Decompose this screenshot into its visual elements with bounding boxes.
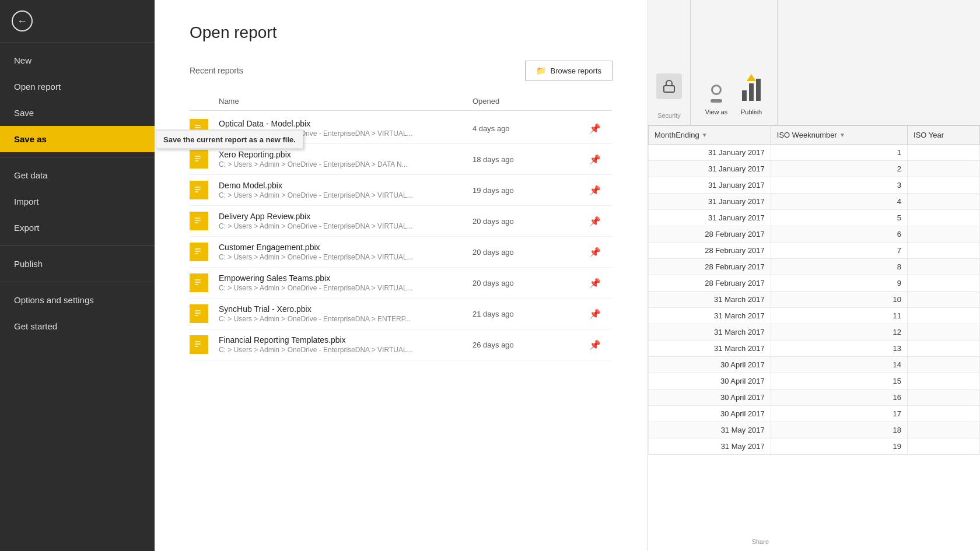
browse-reports-button[interactable]: 📁 Browse reports: [525, 61, 612, 80]
report-row[interactable]: Financial Reporting Templates.pbix C: > …: [190, 329, 612, 360]
month-ending-cell: 31 March 2017: [649, 292, 771, 308]
table-row: 31 March 2017 12: [649, 324, 980, 341]
report-row[interactable]: Xero Reporting.pbix C: > Users > Admin >…: [190, 144, 612, 175]
svg-marker-39: [747, 74, 756, 81]
iso-weeknumber-cell: 2: [771, 161, 907, 177]
report-name: Demo Model.pbix: [219, 181, 473, 190]
report-path: C: > Users > Admin > OneDrive - Enterpri…: [219, 222, 473, 230]
iso-year-cell: [908, 308, 980, 324]
iso-weeknumber-cell: 11: [771, 308, 907, 324]
svg-rect-27: [195, 315, 198, 316]
sidebar-item-new[interactable]: New: [0, 47, 155, 73]
view-as-icon: [704, 80, 729, 106]
iso-weeknumber-cell: 9: [771, 275, 907, 292]
pin-icon[interactable]: 📌: [589, 123, 612, 134]
report-row[interactable]: Customer Engagement.pbix C: > Users > Ad…: [190, 237, 612, 268]
report-opened: 20 days ago: [473, 279, 589, 287]
back-button[interactable]: ←: [0, 0, 155, 43]
sidebar-item-publish[interactable]: Publish: [0, 251, 155, 277]
report-path: C: > Users > Admin > OneDrive - Enterpri…: [219, 253, 473, 261]
report-file-icon: [190, 181, 219, 199]
data-table-area[interactable]: MonthEnding ▼ ISO Weeknumber ▼ ISO Year: [648, 125, 980, 551]
svg-rect-18: [195, 251, 201, 252]
month-ending-header[interactable]: MonthEnding ▼: [649, 126, 771, 145]
svg-rect-32: [664, 86, 674, 92]
month-ending-cell: 30 April 2017: [649, 357, 771, 373]
iso-weeknumber-cell: 1: [771, 145, 907, 161]
ribbon-group-share: View as Pub: [691, 0, 778, 125]
report-path: C: > Users > Admin > OneDrive - Enterpri…: [219, 191, 473, 199]
sidebar-item-get-started[interactable]: Get started: [0, 313, 155, 339]
svg-rect-22: [195, 282, 201, 283]
month-ending-cell: 31 March 2017: [649, 308, 771, 324]
report-row[interactable]: SyncHub Trial - Xero.pbix C: > Users > A…: [190, 299, 612, 329]
report-opened: 20 days ago: [473, 248, 589, 257]
svg-rect-25: [195, 310, 201, 311]
sidebar-item-export[interactable]: Export: [0, 215, 155, 241]
report-file-icon: [190, 212, 219, 230]
iso-weeknumber-cell: 5: [771, 210, 907, 226]
report-opened: 20 days ago: [473, 217, 589, 226]
view-as-button[interactable]: View as: [699, 77, 734, 119]
report-name: Financial Reporting Templates.pbix: [219, 335, 473, 345]
report-name: Xero Reporting.pbix: [219, 150, 473, 159]
pin-icon[interactable]: 📌: [589, 339, 612, 350]
report-row[interactable]: Optical Data - Model.pbix C: > Users > A…: [190, 113, 612, 144]
report-opened: 21 days ago: [473, 310, 589, 318]
sidebar-item-get-data[interactable]: Get data: [0, 162, 155, 188]
sidebar-item-options[interactable]: Options and settings: [0, 287, 155, 313]
svg-rect-7: [195, 160, 198, 162]
month-ending-cell: 28 February 2017: [649, 243, 771, 259]
pin-icon[interactable]: 📌: [589, 278, 612, 289]
pin-icon[interactable]: 📌: [589, 216, 612, 227]
sidebar-item-import[interactable]: Import: [0, 188, 155, 215]
iso-weeknumber-cell: 19: [771, 438, 907, 455]
ribbon: Security View as: [648, 0, 980, 125]
pin-icon[interactable]: 📌: [589, 154, 612, 165]
sidebar-item-save[interactable]: Save: [0, 100, 155, 126]
svg-rect-17: [195, 248, 201, 250]
pin-icon[interactable]: 📌: [589, 185, 612, 196]
table-row: 31 January 2017 5: [649, 210, 980, 226]
iso-weeknumber-cell: 14: [771, 357, 907, 373]
report-row[interactable]: Delivery App Review.pbix C: > Users > Ad…: [190, 206, 612, 237]
report-file-icon: [190, 243, 219, 261]
iso-year-cell: [908, 324, 980, 341]
table-row: 30 April 2017 16: [649, 389, 980, 406]
iso-weeknumber-cell: 6: [771, 226, 907, 243]
table-row: 31 January 2017 4: [649, 194, 980, 210]
opened-column-header: Opened: [473, 97, 589, 106]
pin-icon[interactable]: 📌: [589, 308, 612, 320]
report-name: SyncHub Trial - Xero.pbix: [219, 304, 473, 314]
iso-year-cell: [908, 406, 980, 422]
iso-weeknumber-header[interactable]: ISO Weeknumber ▼: [771, 126, 907, 145]
report-name: Optical Data - Model.pbix: [219, 119, 473, 128]
main-content: Open report Recent reports 📁 Browse repo…: [155, 0, 648, 551]
reports-table-header: Name Opened: [190, 92, 612, 111]
share-section-label: Share: [752, 538, 769, 545]
month-ending-cell: 31 March 2017: [649, 324, 771, 341]
report-info: SyncHub Trial - Xero.pbix C: > Users > A…: [219, 304, 473, 323]
panel-title: Open report: [190, 23, 612, 42]
report-info: Delivery App Review.pbix C: > Users > Ad…: [219, 212, 473, 230]
report-path: C: > Users > Admin > OneDrive - Enterpri…: [219, 315, 473, 323]
pin-icon[interactable]: 📌: [589, 247, 612, 258]
open-report-panel: Open report Recent reports 📁 Browse repo…: [155, 0, 648, 551]
table-row: 30 April 2017 17: [649, 406, 980, 422]
month-ending-cell: 28 February 2017: [649, 275, 771, 292]
report-row[interactable]: Empowering Sales Teams.pbix C: > Users >…: [190, 268, 612, 299]
report-file-icon: [190, 304, 219, 323]
report-row[interactable]: Demo Model.pbix C: > Users > Admin > One…: [190, 175, 612, 206]
sidebar-item-open-report[interactable]: Open report: [0, 73, 155, 100]
report-info: Xero Reporting.pbix C: > Users > Admin >…: [219, 150, 473, 169]
month-ending-filter-icon[interactable]: ▼: [702, 132, 708, 138]
report-info: Optical Data - Model.pbix C: > Users > A…: [219, 119, 473, 138]
svg-rect-3: [195, 129, 198, 131]
table-row: 28 February 2017 7: [649, 243, 980, 259]
iso-weeknumber-filter-icon[interactable]: ▼: [839, 132, 845, 138]
svg-point-34: [713, 86, 720, 93]
svg-rect-19: [195, 253, 198, 254]
recent-header: Recent reports 📁 Browse reports: [190, 61, 612, 80]
publish-ribbon-button[interactable]: Publish: [734, 68, 769, 119]
sidebar-item-save-as[interactable]: Save as Save the current report as a new…: [0, 126, 155, 152]
